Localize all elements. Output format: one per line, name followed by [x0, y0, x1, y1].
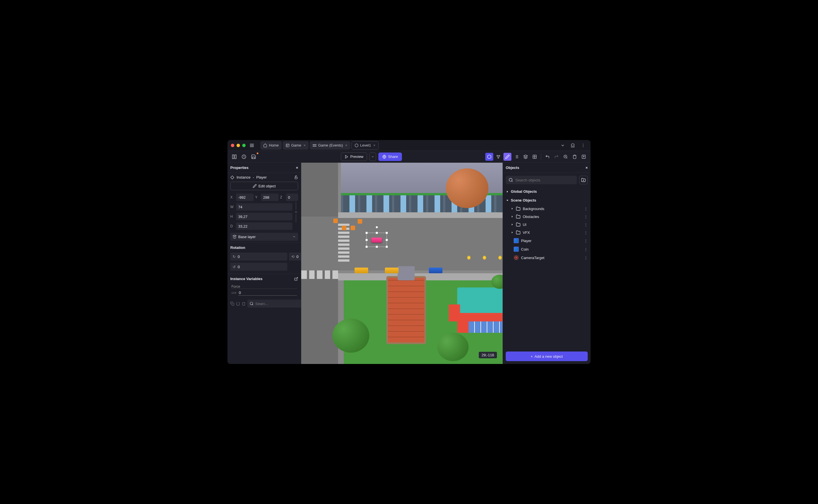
- 3d-view-button[interactable]: [485, 153, 493, 161]
- folder-item[interactable]: Obstacles ⋮: [503, 213, 591, 221]
- more-menu-button[interactable]: [579, 141, 587, 149]
- scene-objects-header[interactable]: Scene Objects: [503, 196, 591, 205]
- tab-close-button[interactable]: ×: [373, 143, 375, 147]
- variable-search-input[interactable]: [255, 302, 301, 306]
- paste-var-button[interactable]: [236, 300, 240, 308]
- edit-mode-button[interactable]: [504, 153, 512, 161]
- panel-close-button[interactable]: ×: [296, 166, 298, 170]
- open-external-icon[interactable]: [294, 277, 298, 281]
- layers-button[interactable]: [522, 153, 530, 161]
- z-input[interactable]: [286, 194, 298, 201]
- coin-pickup: [358, 219, 362, 224]
- tab-game-events[interactable]: Game (Events) ×: [310, 141, 350, 150]
- object-item-camera-target[interactable]: CameraTarget ⋮: [503, 253, 591, 262]
- variable-value-input[interactable]: [238, 290, 297, 296]
- preview-dropdown[interactable]: [369, 153, 376, 161]
- tabs: Home Game × Game (Events) × Level1 ×: [260, 141, 378, 150]
- objects-search[interactable]: [506, 176, 577, 184]
- folder-item[interactable]: Backgrounds ⋮: [503, 205, 591, 213]
- instance-breadcrumb: Instance - Player: [227, 173, 301, 182]
- tab-game[interactable]: Game ×: [283, 141, 308, 150]
- link-dimensions-toggle[interactable]: ⟲: [293, 202, 298, 231]
- variable-name: Force: [231, 285, 297, 289]
- copy-var-button[interactable]: [230, 300, 234, 308]
- rotation-y-input[interactable]: [296, 255, 301, 259]
- undo-button[interactable]: [544, 153, 551, 161]
- rotation-x-input[interactable]: [238, 255, 287, 259]
- svg-rect-41: [232, 303, 234, 305]
- chevron-right-icon: [511, 207, 514, 210]
- delete-button[interactable]: [571, 153, 579, 161]
- instance-vars-header: Instance Variables: [227, 274, 301, 283]
- item-menu-button[interactable]: ⋮: [584, 256, 588, 260]
- x-input[interactable]: [236, 194, 253, 201]
- variable-search[interactable]: [247, 300, 301, 308]
- close-window-button[interactable]: [231, 144, 234, 147]
- tab-level1[interactable]: Level1 ×: [351, 141, 378, 150]
- folder-item[interactable]: VFX ⋮: [503, 228, 591, 236]
- objects-search-input[interactable]: [515, 178, 574, 182]
- add-object-button[interactable]: + Add a new object: [506, 351, 588, 361]
- chevron-down-icon: [292, 235, 296, 238]
- svg-point-44: [509, 178, 512, 181]
- folder-item[interactable]: UI ⋮: [503, 221, 591, 228]
- redo-button[interactable]: [553, 153, 561, 161]
- item-menu-button[interactable]: ⋮: [584, 239, 588, 243]
- svg-marker-50: [512, 208, 513, 209]
- grid-button[interactable]: [531, 153, 539, 161]
- unlock-icon[interactable]: [294, 175, 298, 179]
- zoom-button[interactable]: [562, 153, 570, 161]
- w-input[interactable]: [236, 203, 292, 211]
- svg-line-34: [567, 158, 567, 158]
- extensions-button[interactable]: [569, 141, 577, 149]
- panel-toggle-button[interactable]: [230, 153, 238, 161]
- layer-select[interactable]: Base layer: [230, 233, 298, 241]
- house: [457, 287, 503, 336]
- coin: [498, 256, 502, 260]
- chevron-down-icon[interactable]: [559, 141, 567, 149]
- scene-canvas[interactable]: 29;-116: [301, 163, 503, 364]
- item-menu-button[interactable]: ⋮: [584, 247, 588, 251]
- panel-close-button[interactable]: ×: [586, 166, 588, 170]
- history-button[interactable]: [240, 153, 248, 161]
- save-button[interactable]: [249, 153, 257, 161]
- share-button[interactable]: Share: [378, 153, 402, 161]
- add-folder-button[interactable]: [579, 176, 588, 184]
- item-menu-button[interactable]: ⋮: [584, 230, 588, 235]
- svg-marker-49: [507, 200, 509, 201]
- objects-view-button[interactable]: [495, 153, 502, 161]
- y-input[interactable]: [261, 194, 278, 201]
- tab-close-button[interactable]: ×: [345, 143, 347, 147]
- tab-close-button[interactable]: ×: [303, 143, 306, 147]
- selection-box: [366, 233, 387, 247]
- coin-icon: 🔵: [514, 247, 519, 252]
- list-button[interactable]: [513, 153, 521, 161]
- edit-object-button[interactable]: Edit object: [230, 182, 298, 190]
- preview-button[interactable]: Preview: [341, 153, 367, 161]
- rotation-z-input[interactable]: [238, 265, 287, 269]
- h-input[interactable]: [236, 213, 292, 220]
- menu-button[interactable]: [248, 141, 256, 149]
- settings-button[interactable]: [580, 153, 588, 161]
- item-menu-button[interactable]: ⋮: [584, 223, 588, 227]
- svg-marker-52: [512, 224, 513, 225]
- share-label: Share: [388, 154, 398, 159]
- d-input[interactable]: [236, 223, 292, 230]
- panel-title: Objects: [506, 166, 519, 170]
- delete-var-button[interactable]: [242, 300, 246, 308]
- car: [385, 268, 398, 273]
- object-item-coin[interactable]: 🔵 Coin ⋮: [503, 245, 591, 253]
- minimize-window-button[interactable]: [236, 144, 240, 147]
- global-objects-header[interactable]: Global Objects: [503, 187, 591, 196]
- sheet-icon: [286, 143, 289, 147]
- properties-header: Properties ×: [227, 163, 301, 173]
- tab-home[interactable]: Home: [260, 141, 282, 150]
- coin-pickup: [333, 219, 338, 223]
- item-menu-button[interactable]: ⋮: [584, 207, 588, 211]
- item-menu-button[interactable]: ⋮: [584, 215, 588, 219]
- coin-pickup: [342, 226, 346, 230]
- car: [354, 268, 368, 273]
- objects-header: Objects ×: [503, 163, 591, 173]
- maximize-window-button[interactable]: [242, 144, 246, 147]
- object-item-player[interactable]: 🔵 Player ⋮: [503, 236, 591, 245]
